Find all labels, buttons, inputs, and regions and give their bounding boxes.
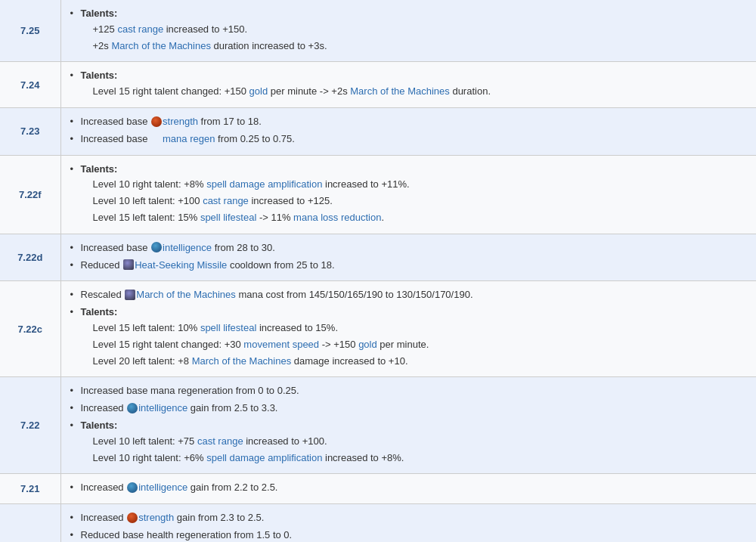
talent-link[interactable]: spell damage amplification: [206, 178, 322, 190]
changelog-row: 7.22dIncreased base intelligence from 28…: [0, 234, 756, 281]
patch-content: Increased intelligence gain from 2.2 to …: [60, 474, 756, 504]
patch-content: Increased base intelligence from 28 to 3…: [60, 234, 756, 281]
list-item: Talents:Level 15 left talent: 10% spell …: [70, 305, 748, 369]
changelog-row: 7.22cRescaled March of the Machines mana…: [0, 281, 756, 377]
list-item: Increased intelligence gain from 2.2 to …: [70, 480, 748, 496]
strength-icon: [127, 513, 138, 523]
talent-link[interactable]: spell lifesteal: [200, 212, 256, 223]
talent-link[interactable]: spell lifesteal: [200, 322, 256, 333]
changelog-row: 7.25Talents:+125 cast range increased to…: [0, 0, 756, 62]
patch-link[interactable]: strength: [138, 512, 174, 523]
talent-link[interactable]: cast range: [203, 195, 249, 206]
list-item: Increased base mana regen from 0.25 to 0…: [70, 132, 748, 147]
version-number: 7.21: [0, 474, 60, 504]
talents-label: Talents:: [81, 70, 118, 81]
list-item: Increased base strength from 17 to 18.: [70, 114, 748, 130]
list-item: Increased intelligence gain from 2.5 to …: [70, 401, 748, 417]
list-item: Rescaled March of the Machines mana cost…: [70, 287, 748, 303]
patch-content: Rescaled March of the Machines mana cost…: [60, 281, 756, 377]
talents-label: Talents:: [81, 163, 118, 175]
version-number: 7.22d: [0, 234, 60, 281]
patch-link[interactable]: March of the Machines: [136, 289, 236, 300]
changelog-row: 7.22fTalents:Level 10 right talent: +8% …: [0, 155, 756, 234]
changelog-row: 7.20Increased strength gain from 2.3 to …: [0, 504, 756, 542]
list-item: Talents:Level 10 left talent: +75 cast r…: [70, 418, 748, 466]
patch-link[interactable]: mana regen: [163, 133, 215, 144]
list-item: Talents:+125 cast range increased to +15…: [70, 6, 748, 54]
version-number: 7.22: [0, 377, 60, 474]
patch-content: Increased base strength from 17 to 18.In…: [60, 107, 756, 155]
strength-icon: [151, 116, 162, 127]
changelog-row: 7.24Talents:Level 15 right talent change…: [0, 62, 756, 108]
list-item: Reduced Heat-Seeking Missile cooldown fr…: [70, 258, 748, 274]
version-number: 7.24: [0, 62, 60, 108]
intel-icon: [127, 403, 138, 413]
patch-link[interactable]: intelligence: [138, 482, 187, 493]
talents-label: Talents:: [81, 306, 118, 317]
intel-icon: [127, 482, 138, 493]
version-number: 7.20: [0, 504, 60, 542]
list-item: Talents:Level 15 right talent changed: +…: [70, 68, 748, 100]
talent-link[interactable]: cast range: [197, 435, 243, 447]
version-number: 7.23: [0, 107, 60, 155]
talent-link[interactable]: movement speed: [243, 339, 319, 350]
version-number: 7.22f: [0, 155, 60, 234]
talents-label: Talents:: [81, 420, 118, 431]
changelog-table: 7.25Talents:+125 cast range increased to…: [0, 0, 756, 542]
talent-link[interactable]: March of the Machines: [350, 85, 450, 97]
patch-link[interactable]: intelligence: [138, 402, 187, 413]
intel-icon: [151, 242, 162, 252]
list-item: Increased base mana regeneration from 0 …: [70, 383, 748, 399]
null-icon: [151, 133, 162, 144]
patch-link[interactable]: Heat-Seeking Missile: [135, 259, 227, 271]
list-item: Talents:Level 10 right talent: +8% spell…: [70, 162, 748, 226]
version-number: 7.25: [0, 0, 60, 62]
talent-link[interactable]: cast range: [117, 23, 163, 35]
patch-content: Increased base mana regeneration from 0 …: [60, 377, 756, 474]
patch-content: Talents:Level 10 right talent: +8% spell…: [60, 155, 756, 234]
patch-content: Talents:+125 cast range increased to +15…: [60, 0, 756, 62]
talent-link[interactable]: March of the Machines: [111, 40, 211, 51]
talent-link[interactable]: gold: [358, 339, 377, 350]
motm-icon: [123, 259, 134, 270]
changelog-row: 7.23Increased base strength from 17 to 1…: [0, 107, 756, 155]
changelog-row: 7.22Increased base mana regeneration fro…: [0, 377, 756, 474]
talent-link[interactable]: mana loss reduction: [293, 212, 381, 223]
patch-link[interactable]: intelligence: [163, 242, 212, 253]
patch-content: Increased strength gain from 2.3 to 2.5.…: [60, 504, 756, 542]
changelog-row: 7.21Increased intelligence gain from 2.2…: [0, 474, 756, 504]
version-number: 7.22c: [0, 281, 60, 377]
talents-label: Talents:: [81, 8, 118, 19]
talent-link[interactable]: spell damage amplification: [206, 452, 322, 463]
list-item: Increased strength gain from 2.3 to 2.5.: [70, 510, 748, 526]
list-item: Increased base intelligence from 28 to 3…: [70, 240, 748, 256]
talent-link[interactable]: March of the Machines: [192, 355, 292, 367]
patch-link[interactable]: strength: [163, 116, 198, 127]
patch-content: Talents:Level 15 right talent changed: +…: [60, 62, 756, 108]
motm-icon: [125, 290, 135, 300]
list-item: Reduced base health regeneration from 1.…: [70, 528, 748, 542]
talent-link[interactable]: gold: [249, 85, 268, 97]
